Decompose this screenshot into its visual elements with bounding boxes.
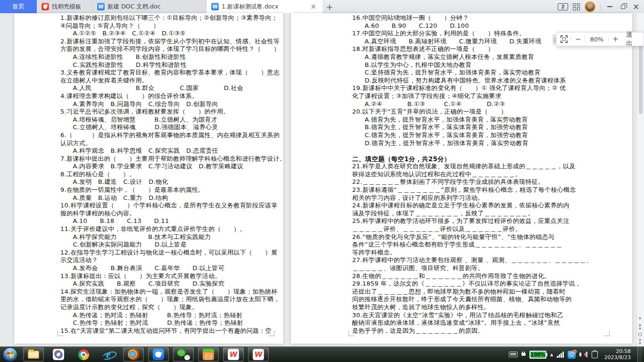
wechat-button[interactable]	[173, 347, 194, 362]
divider	[571, 36, 571, 42]
document-line: A.科学探究能力 B.技术与工程实践能力	[60, 233, 281, 241]
document-line: 还提出了＿＿＿＿＿思想，即地球早期为数不多的物种宛如一棵幼苗，随着时	[352, 288, 630, 296]
divider	[585, 36, 585, 42]
document-line: C.创新解决实际问题能力 D.以上皆是	[60, 241, 281, 249]
firefox-button[interactable]	[123, 347, 144, 362]
minimize-button[interactable]	[605, 2, 614, 11]
previous-page-button[interactable]: ▲▲	[639, 323, 641, 330]
next-page-button[interactable]: ▼▼	[639, 339, 641, 346]
restore-window-button[interactable]	[619, 2, 627, 11]
crown-document-app-button[interactable]	[198, 347, 219, 362]
document-line: A.内容要求 B.学业要求 C.学习活动建议 D.教学策略建议	[60, 163, 281, 171]
internet-explorer-button[interactable]: e	[98, 347, 119, 362]
document-line: 化了课程设置；③加强了学段衔接；④细化了实施要求	[352, 92, 630, 100]
titlebar-controls: 2 ×	[554, 0, 644, 13]
wps-office-icon	[228, 349, 239, 360]
overlapping-circles-app-icon	[53, 349, 64, 360]
start-button[interactable]	[3, 347, 17, 362]
show-desktop-button[interactable]	[637, 347, 642, 362]
workspace-grid-icon[interactable]	[573, 3, 580, 10]
document-line: 12.在指导学生学习工程设计与物化这一核心概念时，可以采用以下（ ）展	[60, 249, 281, 257]
document-line: 2.新课标注重加强了学段衔接，依据学生从小学到初中在认知、情感、社会性等	[60, 38, 281, 46]
wps-office-window: 首页 找稻壳模板 新建 DOC 文档.doc 1.新课标测试卷.docx × +…	[0, 0, 644, 362]
tab-label: 1.新课标测试卷.docx	[222, 3, 279, 11]
document-area: 1.新课标的修订原则包括以下哪三个：①目标导向；②创新导向；③素养导向；④问题导…	[0, 13, 644, 346]
dingtalk-button[interactable]	[148, 347, 169, 362]
clock-date: 2023/8/23	[604, 354, 631, 361]
document-line: 示交流活动？	[60, 256, 281, 264]
close-tab-icon[interactable]: ×	[309, 3, 318, 10]
battery-level: 100%	[530, 352, 545, 357]
wechat-icon	[177, 349, 190, 360]
clipboard-tray-icon[interactable]	[592, 351, 598, 358]
wps-office-button-1[interactable]	[223, 347, 244, 362]
docer-icon	[41, 3, 49, 10]
divider	[608, 36, 609, 42]
zoom-in-button[interactable]: +	[610, 35, 621, 43]
hidden-icons-arrow[interactable]: ▲	[550, 353, 553, 357]
page-text-right: 16.中国空间站绕地球一圈（ ）分钟？ A.60 B.90 C.120 D.10…	[291, 14, 630, 335]
clock-time: 20:58	[604, 348, 631, 354]
file-explorer-button[interactable]	[23, 347, 44, 362]
document-line: 21.科学是人类在研究自然现象、发现自然规律的基础上形成的＿＿＿＿＿，以及	[352, 163, 630, 171]
input-method-keyboard-icon[interactable]	[509, 352, 518, 357]
document-line: 认识方式。	[60, 140, 281, 148]
margin-corner-mark	[604, 330, 610, 336]
exam-page-left[interactable]: 1.新课标的修订原则包括以下哪三个：①目标导向；②创新导向；③素养导向；④问题导…	[14, 13, 283, 344]
chrome-button[interactable]	[73, 347, 94, 362]
wps-office-button-2[interactable]	[248, 347, 269, 362]
document-line: 24.新课标中课程目标的确定是立足于学生核心素养的发展，依据核心素养的内	[352, 202, 630, 210]
muted-speaker-icon[interactable]: ×	[579, 351, 588, 358]
scroll-down-icon[interactable]: ▼	[639, 317, 641, 321]
zoom-level[interactable]: 80%	[586, 36, 607, 43]
document-line: 22.＿＿＿＿＿＿整体刻画了不同学段学生学业成就的具体表现特征。	[352, 178, 630, 186]
tab-new-doc[interactable]: 新建 DOC 文档.doc	[92, 0, 206, 13]
home-tab[interactable]: 首页	[0, 0, 37, 13]
document-line: 11.关于评价建议中，非纸笔评价的方式重点评价学生的（ ）。	[60, 225, 281, 233]
scrollbar-thumb[interactable]	[639, 44, 643, 114]
page-navigation: ▼ ▲▲ ▼▼	[636, 317, 644, 346]
page-select-button[interactable]	[638, 333, 642, 336]
fit-screen-icon[interactable]	[561, 35, 568, 43]
document-line: 25.科学课程中的教学活动环节很多，为了要发挥过程评价的效益，应重点关注	[352, 217, 630, 225]
system-tray: 100% ▲ ☺ × 20:58 2023/8/23	[509, 347, 644, 362]
document-line: A.遵循教育教学规律，落实立德树人根本任务，发展素质教育	[352, 53, 630, 61]
document-line: 10.科学课程设置（ ）个学科核心概念，是所有学生在义务教育阶段应该掌	[60, 202, 281, 210]
exit-fullscreen-button[interactable]: 退出	[622, 31, 640, 48]
document-line: 28.生物的＿＿＿＿＿＿和＿＿＿＿＿＿的共同作用导致了生物的进化。	[352, 272, 630, 280]
document-line: D.德育为主，提升智育水平，加强体育美育，落实劳动教育	[352, 140, 630, 148]
security-app-tray-icon[interactable]: ☺	[568, 351, 576, 359]
close-window-button[interactable]: ×	[632, 2, 640, 11]
document-line: 获得这些知识系统地认识过程和在此过程中＿＿＿＿＿＿＿。	[352, 171, 630, 179]
document-line: B.德育为主，提升智育水平，落实体育美育，加强劳动教育	[352, 123, 630, 132]
document-line: 26.“物质的变化与化学反应”、“能的转化与能量守恒”、“生物体的稳态与	[352, 233, 630, 241]
document-line: C.坚持德育为先，提升智育水平，加强体育美育，落实劳动教育	[352, 69, 630, 77]
tab-label: 新建 DOC 文档.doc	[107, 3, 161, 11]
network-signal-icon[interactable]	[557, 352, 564, 358]
document-line: A.素养导向 B.问题导向 C.综合导向 D.创新导向	[60, 100, 281, 108]
tab-test-paper-active[interactable]: 1.新课标测试卷.docx ×	[206, 0, 322, 13]
battery-indicator[interactable]: 100%	[529, 351, 546, 359]
power-plug-icon[interactable]	[521, 352, 526, 358]
document-line	[352, 147, 630, 155]
document-line: 里的水，借助锯末等观察水的（ ）现象；用纸袋包裹温度计放在太阳下晒，	[60, 296, 281, 304]
document-line: 9.在物质的一切属性中，（ ）是最基本的属性。	[60, 186, 281, 194]
document-line: ④问题导向；⑤育人导向？（ ）	[60, 22, 281, 30]
document-line: 相关的学习内容，设计了相应的系列学习活动。	[352, 194, 630, 202]
vertical-scrollbar[interactable]	[636, 13, 644, 346]
document-line: C.热传导；热辐射；热对流 D.热传递；热传导；热辐射	[60, 319, 281, 327]
overlapping-circles-app-button[interactable]	[48, 347, 69, 362]
document-line: A.发明 B.建造 C.设计 D.物化	[60, 178, 281, 186]
user-avatar[interactable]	[585, 1, 595, 12]
tab-docer-templates[interactable]: 找稻壳模板	[37, 0, 92, 13]
zoom-toolbar: − 80% + 退出	[556, 32, 644, 46]
taskbar-clock[interactable]: 20:58 2023/8/23	[602, 348, 634, 361]
toolbar-drag-handle[interactable]	[553, 34, 557, 45]
document-line: B.以学生为中心，扎根中国大地办教育	[352, 61, 630, 69]
new-tab-button[interactable]: +	[322, 0, 337, 13]
document-line: 18.对新课标指导思想表述不正确的一项是（ ）	[352, 45, 630, 53]
document-count-icon[interactable]: 2	[558, 3, 568, 10]
zoom-out-button[interactable]: −	[572, 35, 584, 43]
exam-page-right[interactable]: 16.中国空间站绕地球一圈（ ）分钟？ A.60 B.90 C.120 D.10…	[291, 13, 632, 344]
document-line: 7.新课标中提出的（ ）主要用于帮助教师理解学科核心概念和进行教学设计。	[60, 155, 281, 163]
